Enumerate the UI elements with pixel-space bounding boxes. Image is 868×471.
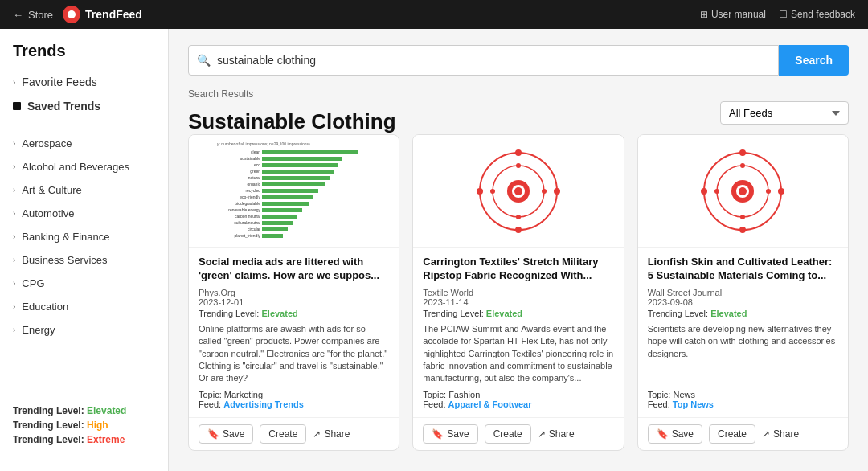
card-2-save-button[interactable]: 🔖 Save [423,424,477,444]
app-name: TrendFeed [85,8,142,21]
card-2-description: The PCIAW Summit and Awards event and th… [423,323,613,385]
share-icon: ↗ [538,428,546,440]
svg-point-49 [739,227,746,233]
card-3-create-button[interactable]: Create [709,424,755,444]
card-1-save-button[interactable]: 🔖 Save [199,424,253,444]
card-1-create-button[interactable]: Create [260,424,306,444]
svg-text:renewable energy: renewable energy [228,207,260,212]
bookmark-icon: 🔖 [657,428,669,440]
search-row: 🔍 Search [188,45,849,76]
bar-chart: y: number of all impressions; n=29,100 i… [214,139,375,244]
search-icon: 🔍 [197,54,211,67]
store-label: Store [28,9,53,21]
sidebar-item-art-culture[interactable]: › Art & Culture [0,178,168,202]
share-icon: ↗ [762,428,770,440]
card-2-feed-link[interactable]: Apparel & Footwear [448,399,532,409]
user-manual-label: User manual [711,9,766,20]
card-1-share-button[interactable]: ↗ Share [313,428,350,440]
card-2-date: 2023-11-14 [423,297,613,307]
card-3-title: Lionfish Skin and Cultivated Leather: 5 … [648,256,838,283]
chevron-right-icon: › [13,78,15,87]
send-feedback-label: Send feedback [791,9,855,20]
sidebar-item-favorite-feeds[interactable]: › Favorite Feeds [0,70,168,94]
svg-point-37 [477,188,483,195]
sidebar-item-saved-trends[interactable]: Saved Trends [0,94,168,118]
sidebar-item-education[interactable]: › Education [0,295,168,318]
svg-text:recycled: recycled [245,188,260,193]
svg-point-38 [516,163,521,168]
card-3-save-button[interactable]: 🔖 Save [648,424,702,444]
svg-point-36 [515,227,522,233]
sidebar-item-cpg[interactable]: › CPG [0,272,168,295]
topbar-right: ⊞ User manual ☐ Send feedback [700,9,855,20]
chevron-right-icon: › [13,209,15,218]
chevron-right-icon: › [13,186,15,195]
category-label: CPG [22,277,44,289]
send-feedback-link[interactable]: ☐ Send feedback [779,9,855,20]
sidebar-item-aerospace[interactable]: › Aerospace [0,132,168,155]
card-2-create-button[interactable]: Create [485,424,531,444]
sidebar-item-banking-finance[interactable]: › Banking & Finance [0,225,168,248]
sidebar-item-business-services[interactable]: › Business Services [0,248,168,272]
card-1: y: number of all impressions; n=29,100 i… [188,134,399,451]
card-1-body: Social media ads are littered with 'gree… [189,248,399,417]
trending-elevated: Trending Level: Elevated [13,405,155,416]
chat-icon: ☐ [779,9,788,20]
svg-text:carbon neutral: carbon neutral [235,214,260,219]
card-1-description: Online platforms are awash with ads for … [199,323,389,385]
saved-trends-label: Saved Trends [27,100,100,113]
chevron-right-icon: › [13,162,15,171]
atom-svg-3 [698,147,787,236]
card-3-share-button[interactable]: ↗ Share [762,428,799,440]
card-3-description: Scientists are developing new alternativ… [648,323,838,385]
svg-rect-3 [262,157,342,161]
card-3-feed: Feed: Top News [648,399,838,409]
svg-rect-11 [262,182,325,186]
card-3-feed-link[interactable]: Top News [673,399,714,409]
sidebar-title: Trends [0,42,168,70]
sidebar-item-automotive[interactable]: › Automotive [0,202,168,225]
svg-text:sustainable: sustainable [240,156,260,161]
card-2-title: Carrington Textiles' Stretch Military Ri… [423,256,613,283]
svg-text:circular: circular [248,227,260,231]
card-2-feed: Feed: Apparel & Footwear [423,399,613,409]
svg-point-33 [514,187,522,195]
favorite-feeds-label: Favorite Feeds [22,76,96,88]
search-button[interactable]: Search [779,45,849,76]
sidebar: Trends › Favorite Feeds Saved Trends › A… [0,29,169,471]
search-input[interactable] [217,54,770,67]
store-nav[interactable]: ← Store [13,9,53,21]
svg-rect-13 [262,189,318,193]
sidebar-item-alcohol-beverages[interactable]: › Alcohol and Beverages [0,155,168,178]
svg-text:natural: natural [248,175,260,180]
card-1-feed-link[interactable]: Advertising Trends [223,399,304,409]
back-arrow-icon: ← [13,9,23,21]
svg-text:clean: clean [251,149,260,154]
card-3-topic: Topic: News [648,390,838,399]
share-icon: ↗ [313,428,321,440]
cards-grid: y: number of all impressions; n=29,100 i… [188,134,849,451]
sidebar-item-energy[interactable]: › Energy [0,318,168,342]
svg-point-53 [740,215,745,219]
card-3-date: 2023-09-08 [648,297,838,307]
svg-rect-27 [262,234,283,238]
category-label: Banking & Finance [22,231,109,243]
search-input-wrap: 🔍 [188,45,779,76]
user-manual-link[interactable]: ⊞ User manual [700,9,766,20]
card-2-share-button[interactable]: ↗ Share [538,428,575,440]
svg-text:green: green [250,169,260,174]
card-1-feed: Feed: Advertising Trends [199,399,389,409]
svg-rect-7 [262,170,334,174]
sidebar-footer: Trending Level: Elevated Trending Level:… [0,395,168,458]
svg-text:organic: organic [247,182,260,186]
card-1-actions: 🔖 Save Create ↗ Share [189,417,399,450]
svg-point-52 [766,189,771,194]
trending-extreme: Trending Level: Extreme [13,434,155,445]
category-label: Alcohol and Beverages [22,161,129,173]
atom-svg-2 [474,147,563,236]
feed-filter-select[interactable]: All Feeds Top News Advertising Trends Ap… [720,101,849,125]
svg-rect-9 [262,176,330,180]
saved-indicator-icon [13,102,21,110]
svg-text:eco-friendly: eco-friendly [240,195,260,199]
svg-point-50 [701,188,707,195]
